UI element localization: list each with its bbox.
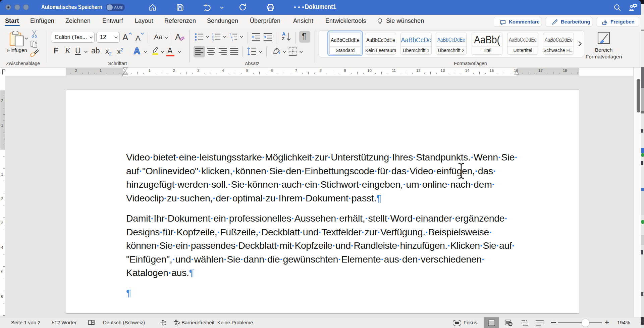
svg-text:i: i (232, 39, 233, 42)
svg-text:3: 3 (212, 39, 214, 42)
